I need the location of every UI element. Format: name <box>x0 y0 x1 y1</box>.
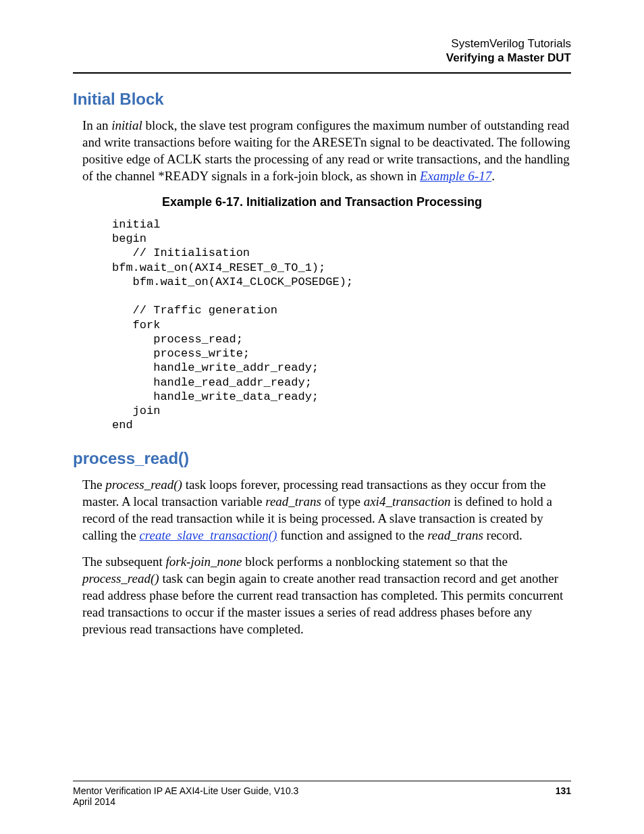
text: block, the slave test program configures… <box>82 118 570 183</box>
code-block: initial begin // Initialisation bfm.wait… <box>112 217 571 433</box>
text: block performs a nonblocking statement s… <box>242 554 508 569</box>
text-italic: axi4_transaction <box>364 494 451 509</box>
running-header: SystemVerilog Tutorials Verifying a Mast… <box>73 36 571 66</box>
footer-date: April 2014 <box>73 796 571 807</box>
text-italic: process_read() <box>82 571 159 585</box>
paragraph: The process_read() task loops forever, p… <box>82 476 571 544</box>
text-italic: process_read() <box>105 477 182 492</box>
page-number: 131 <box>556 785 571 796</box>
text: The subsequent <box>82 554 165 569</box>
text-italic: fork-join_none <box>165 554 242 569</box>
text: record. <box>483 528 522 542</box>
footer: Mentor Verification IP AE AXI4-Lite User… <box>73 781 571 807</box>
heading-process-read: process_read() <box>73 449 571 468</box>
link-example-6-17[interactable]: Example 6-17 <box>420 169 491 183</box>
page: SystemVerilog Tutorials Verifying a Mast… <box>0 0 644 834</box>
paragraph: In an initial block, the slave test prog… <box>82 117 571 184</box>
link-create-slave-transaction[interactable]: create_slave_transaction() <box>139 528 277 542</box>
text-italic: initial <box>111 118 142 132</box>
header-line1: SystemVerilog Tutorials <box>73 36 571 51</box>
text: . <box>491 169 495 183</box>
text: of type <box>321 494 364 509</box>
footer-row: Mentor Verification IP AE AXI4-Lite User… <box>73 785 571 796</box>
text: function and assigned to the <box>277 528 427 542</box>
text-italic: read_trans <box>427 528 483 542</box>
body-text: In an initial block, the slave test prog… <box>82 117 571 184</box>
heading-initial-block: Initial Block <box>73 90 571 109</box>
header-line2: Verifying a Master DUT <box>73 51 571 65</box>
text: The <box>82 477 105 492</box>
body-text: The process_read() task loops forever, p… <box>82 476 571 638</box>
paragraph: The subsequent fork-join_none block perf… <box>82 553 571 637</box>
text: In an <box>82 118 111 132</box>
footer-doc-title: Mentor Verification IP AE AXI4-Lite User… <box>73 785 298 796</box>
example-caption: Example 6-17. Initialization and Transac… <box>73 195 571 209</box>
text-italic: read_trans <box>265 494 321 509</box>
footer-rule <box>73 781 571 781</box>
header-rule <box>73 72 571 74</box>
